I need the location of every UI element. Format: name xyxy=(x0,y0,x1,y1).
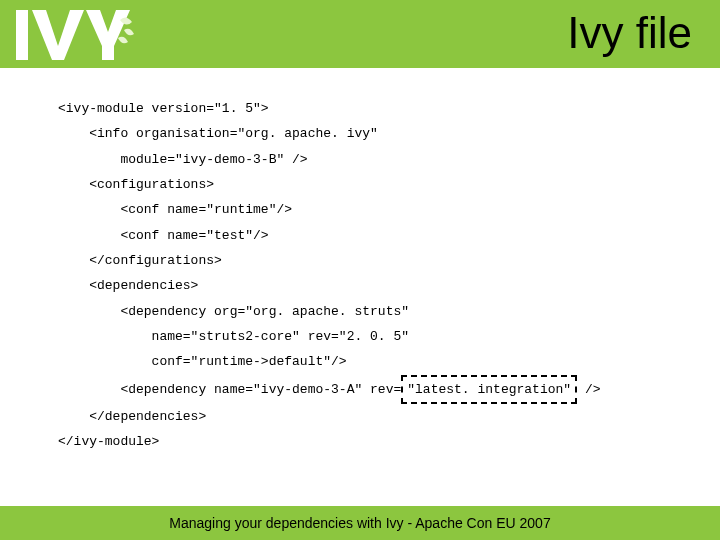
ivy-logo xyxy=(8,2,138,66)
code-line: <ivy-module version="1. 5"> xyxy=(58,96,720,121)
code-line: <conf name="runtime"/> xyxy=(58,197,720,222)
svg-rect-0 xyxy=(16,10,28,60)
slide-header: Ivy file xyxy=(0,0,720,68)
code-line: <dependency name="ivy-demo-3-A" rev="lat… xyxy=(58,375,720,404)
code-line: module="ivy-demo-3-B" /> xyxy=(58,147,720,172)
code-line: <dependency org="org. apache. struts" xyxy=(58,299,720,324)
footer-text: Managing your dependencies with Ivy - Ap… xyxy=(169,515,550,531)
code-line: conf="runtime->default"/> xyxy=(58,349,720,374)
code-text: /> xyxy=(577,382,600,397)
code-line: <configurations> xyxy=(58,172,720,197)
code-line: </configurations> xyxy=(58,248,720,273)
code-line: <info organisation="org. apache. ivy" xyxy=(58,121,720,146)
code-line: <conf name="test"/> xyxy=(58,223,720,248)
slide-title: Ivy file xyxy=(567,8,692,58)
code-text: <dependency name="ivy-demo-3-A" rev= xyxy=(58,382,401,397)
code-line: </dependencies> xyxy=(58,404,720,429)
code-line: name="struts2-core" rev="2. 0. 5" xyxy=(58,324,720,349)
highlight-box: "latest. integration" xyxy=(401,375,577,404)
slide-footer: Managing your dependencies with Ivy - Ap… xyxy=(0,506,720,540)
code-line: <dependencies> xyxy=(58,273,720,298)
code-block: <ivy-module version="1. 5"> <info organi… xyxy=(0,68,720,455)
code-line: </ivy-module> xyxy=(58,429,720,454)
